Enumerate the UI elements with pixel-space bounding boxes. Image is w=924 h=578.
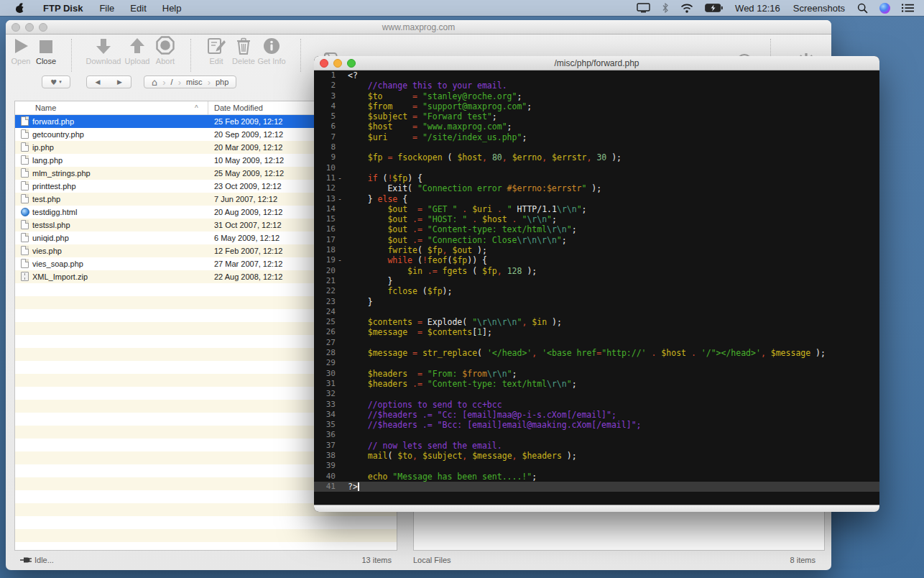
code-line[interactable]: 37 // now lets send the email.: [314, 441, 879, 451]
code-text: $headers .= "Content-type: text/html\r\n…: [348, 379, 577, 389]
code-line[interactable]: 41?>: [314, 482, 879, 492]
code-line[interactable]: 40 echo "Message has been sent....!";: [314, 472, 879, 482]
file-name: lang.php: [32, 156, 63, 165]
code-line[interactable]: 15 $out .= "HOST: " . $host . "\r\n";: [314, 214, 879, 224]
close-button[interactable]: Close: [26, 35, 66, 65]
code-line[interactable]: 16 $out .= "Content-type: text/html\r\n"…: [314, 224, 879, 234]
line-number: 22: [314, 286, 336, 296]
code-text: }: [348, 276, 392, 286]
code-line[interactable]: 6 $host = "www.maxprog.com";: [314, 121, 879, 132]
file-name: uniqid.php: [32, 234, 69, 242]
editor-titlebar[interactable]: /misc/php/forward.php: [314, 56, 879, 70]
code-line[interactable]: 4 $from = "support@maxprog.com";: [314, 101, 879, 111]
code-line[interactable]: 2 //change this to your email.: [314, 81, 879, 91]
code-line[interactable]: 35 //$headers .= "Bcc: [email]email@maak…: [314, 420, 879, 430]
file-date-modified: 22 Aug 2008, 12:12: [214, 272, 282, 281]
code-editor-area[interactable]: 1<?2 //change this to your email.3 $to =…: [314, 70, 879, 505]
breadcrumb-php[interactable]: php: [216, 78, 228, 86]
breadcrumb: ⌂ › / › misc › php: [144, 75, 236, 88]
fold-marker-icon[interactable]: -: [338, 255, 342, 265]
file-name: forward.php: [32, 117, 74, 126]
sort-ascending-icon[interactable]: ^: [195, 104, 198, 112]
code-line[interactable]: 24: [314, 307, 879, 317]
code-line[interactable]: 30 $headers = "From: $from\r\n";: [314, 369, 879, 379]
column-divider[interactable]: [208, 101, 208, 115]
code-text: //change this to your email.: [348, 81, 507, 91]
battery-icon[interactable]: [699, 0, 729, 16]
code-text: $contents = Explode( "\r\n\r\n", $in );: [348, 317, 562, 327]
code-line[interactable]: 19- while (!feof($fp)) {: [314, 255, 879, 265]
fold-marker-icon[interactable]: -: [338, 173, 342, 183]
file-date-modified: 12 Feb 2007, 12:12: [214, 247, 282, 255]
file-date-modified: 20 Mar 2009, 12:12: [214, 143, 282, 152]
code-line[interactable]: 12 Exit( "Connection error #$errno:$errs…: [314, 183, 879, 193]
file-date-modified: 20 Aug 2009, 12:12: [214, 208, 282, 216]
code-line[interactable]: 39: [314, 461, 879, 471]
code-line[interactable]: 23 }: [314, 297, 879, 307]
code-text: echo "Message has been sent....!";: [348, 472, 537, 482]
line-number: 8: [314, 142, 336, 152]
forward-button[interactable]: ▶: [108, 75, 131, 88]
apple-menu-icon[interactable]: [15, 4, 24, 13]
code-line[interactable]: 33 //options to send to cc+bcc: [314, 400, 879, 410]
code-line[interactable]: 26 $message = $contents[1];: [314, 327, 879, 337]
breadcrumb-misc[interactable]: misc: [186, 78, 203, 86]
siri-icon[interactable]: [874, 0, 896, 16]
code-line[interactable]: 28 $message = str_replace( '</head>', '<…: [314, 348, 879, 358]
code-line[interactable]: 29: [314, 358, 879, 368]
code-line[interactable]: 21 }: [314, 276, 879, 286]
notification-center-icon[interactable]: [896, 0, 924, 16]
home-icon[interactable]: ⌂: [152, 77, 157, 88]
code-line[interactable]: 38 mail( $to, $subject, $message, $heade…: [314, 451, 879, 461]
spotlight-search-icon[interactable]: [851, 0, 874, 16]
menu-file[interactable]: File: [91, 3, 122, 14]
code-line[interactable]: 8: [314, 142, 879, 152]
code-line[interactable]: 1<?: [314, 70, 879, 81]
code-line[interactable]: 27: [314, 338, 879, 348]
code-line[interactable]: 14 $out = "GET " . $uri . " HTTP/1.1\r\n…: [314, 204, 879, 214]
menu-screenshots[interactable]: Screenshots: [787, 3, 851, 14]
back-button[interactable]: ◀: [86, 75, 109, 88]
line-number: 35: [314, 420, 336, 430]
menu-edit[interactable]: Edit: [122, 3, 154, 14]
get-info-button[interactable]: Get Info: [251, 35, 292, 65]
code-line[interactable]: 11- if (!$fp) {: [314, 173, 879, 183]
code-line[interactable]: 34 //$headers .= "Cc: [email]maa@p-i-s.c…: [314, 410, 879, 420]
back-arrow-icon: ◀: [96, 78, 101, 86]
toolbar-separator: [300, 39, 301, 72]
code-line[interactable]: 3 $to = "stanley@roche.org";: [314, 91, 879, 101]
code-text: $host = "www.maxprog.com";: [348, 121, 512, 132]
fold-marker-icon[interactable]: -: [338, 194, 342, 204]
line-number: 41: [314, 482, 336, 492]
favorites-button[interactable]: ♥▾: [42, 75, 70, 88]
column-date-modified[interactable]: Date Modified: [214, 104, 263, 112]
column-name[interactable]: Name: [35, 104, 56, 112]
line-number: 20: [314, 266, 336, 276]
bluetooth-icon[interactable]: [656, 0, 675, 16]
code-line[interactable]: 25 $contents = Explode( "\r\n\r\n", $in …: [314, 317, 879, 327]
code-line[interactable]: 13- } else {: [314, 194, 879, 204]
line-number: 15: [314, 214, 336, 224]
menu-help[interactable]: Help: [154, 3, 190, 14]
code-text: $message = $contents[1];: [348, 327, 492, 337]
code-line[interactable]: 10: [314, 163, 879, 173]
code-line[interactable]: 18 fwrite( $fp, $out );: [314, 245, 879, 255]
code-line[interactable]: 22 fclose ($fp);: [314, 286, 879, 296]
ftp-titlebar[interactable]: www.maxprog.com: [6, 20, 831, 35]
app-menu[interactable]: FTP Disk: [34, 3, 91, 14]
code-line[interactable]: 31 $headers .= "Content-type: text/html\…: [314, 379, 879, 389]
code-line[interactable]: 17 $out .= "Connection: Close\r\n\r\n";: [314, 235, 879, 245]
forward-arrow-icon: ▶: [117, 78, 122, 86]
line-number: 39: [314, 461, 336, 471]
code-line[interactable]: 7 $uri = "/site/index_us.php";: [314, 132, 879, 142]
display-icon[interactable]: [631, 0, 656, 16]
heart-icon: ♥: [50, 78, 57, 86]
code-line[interactable]: 5 $subject = "Forward test";: [314, 111, 879, 121]
code-line[interactable]: 20 $in .= fgets ( $fp, 128 );: [314, 266, 879, 276]
code-line[interactable]: 32: [314, 389, 879, 399]
code-line[interactable]: 36: [314, 430, 879, 440]
code-line[interactable]: 9 $fp = fsockopen ( $host, 80, $errno, $…: [314, 152, 879, 162]
wifi-icon[interactable]: [675, 0, 699, 16]
menu-clock[interactable]: Wed 12:16: [729, 3, 787, 14]
abort-button[interactable]: Abort: [145, 35, 185, 65]
